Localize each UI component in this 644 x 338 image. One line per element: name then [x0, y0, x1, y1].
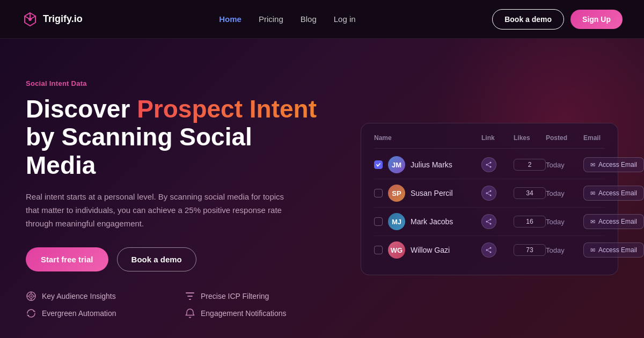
avatar-2: SP	[388, 185, 405, 202]
logo-text: Trigify.io	[43, 13, 83, 25]
row-name-3: MJ Mark Jacobs	[374, 213, 481, 230]
table-row: MJ Mark Jacobs 16 Today ✉ Access Email	[374, 208, 605, 236]
hero-actions: Start free trial Book a demo	[26, 247, 322, 271]
row-checkbox-1[interactable]	[374, 160, 383, 169]
table-header: Name Link Likes Posted Email	[374, 134, 605, 149]
likes-3: 16	[514, 216, 546, 227]
row-checkbox-3[interactable]	[374, 217, 383, 226]
svg-rect-10	[189, 299, 191, 300]
share-btn-3[interactable]	[481, 214, 496, 229]
col-likes: Likes	[514, 134, 546, 142]
svg-point-18	[490, 195, 492, 196]
svg-line-24	[487, 220, 489, 221]
share-icon	[486, 161, 492, 168]
email-icon-2: ✉	[590, 190, 595, 197]
svg-line-30	[487, 251, 489, 252]
svg-rect-9	[187, 296, 193, 297]
svg-point-0	[28, 18, 32, 21]
nav-blog[interactable]: Blog	[301, 14, 317, 24]
svg-line-25	[487, 222, 489, 223]
nav-home[interactable]: Home	[219, 14, 241, 24]
refresh-icon	[26, 308, 36, 319]
check-icon	[376, 162, 381, 167]
book-demo-button[interactable]: Book a demo	[117, 247, 196, 271]
share-btn-4[interactable]	[481, 243, 496, 258]
start-trial-button[interactable]: Start free trial	[26, 247, 108, 271]
svg-point-21	[490, 219, 492, 221]
feature-notifications-label: Engagement Notifications	[201, 309, 287, 318]
svg-point-12	[486, 164, 488, 166]
nav-actions: Book a demo Sign Up	[492, 9, 623, 30]
headline-part1: Discover	[26, 95, 137, 123]
prospects-table-card: Name Link Likes Posted Email JM Julius M…	[361, 123, 618, 275]
email-icon-4: ✉	[590, 247, 595, 254]
logo[interactable]: Trigify.io	[21, 11, 83, 28]
hero-description: Real intent starts at a personal level. …	[26, 190, 294, 230]
bell-icon	[185, 308, 195, 319]
features-grid: Key Audience Insights Precise ICP Filter…	[26, 291, 322, 319]
feature-filtering-label: Precise ICP Filtering	[201, 292, 269, 300]
access-email-btn-3[interactable]: ✉ Access Email	[583, 214, 644, 229]
svg-line-15	[487, 165, 489, 166]
row-name-4: WG Willow Gazi	[374, 241, 481, 259]
row-checkbox-2[interactable]	[374, 189, 383, 197]
nav-pricing[interactable]: Pricing	[259, 14, 283, 24]
access-email-btn-1[interactable]: ✉ Access Email	[583, 157, 644, 172]
svg-line-29	[487, 248, 489, 249]
col-posted: Posted	[546, 134, 583, 142]
hero-subtitle: Social Intent Data	[26, 79, 322, 87]
row-name-1: JM Julius Marks	[374, 156, 481, 173]
likes-2: 34	[514, 187, 546, 199]
share-btn-1[interactable]	[481, 157, 496, 172]
svg-point-11	[490, 162, 492, 164]
nav-signup-button[interactable]: Sign Up	[570, 10, 623, 29]
svg-point-27	[486, 249, 488, 251]
share-icon	[486, 218, 492, 225]
svg-point-3	[31, 296, 32, 297]
svg-line-14	[487, 163, 489, 164]
share-icon	[486, 247, 492, 253]
nav-login[interactable]: Log in	[334, 14, 356, 24]
posted-1: Today	[546, 161, 583, 169]
email-icon-1: ✉	[590, 161, 595, 168]
logo-icon	[21, 11, 39, 28]
col-link: Link	[481, 134, 514, 142]
svg-point-17	[486, 193, 488, 194]
svg-point-16	[490, 190, 492, 192]
svg-point-28	[490, 252, 492, 253]
posted-4: Today	[546, 246, 583, 254]
svg-point-13	[490, 166, 492, 168]
row-checkbox-4[interactable]	[374, 246, 383, 254]
posted-2: Today	[546, 189, 583, 197]
svg-point-23	[490, 223, 492, 225]
nav-book-demo-button[interactable]: Book a demo	[492, 9, 564, 30]
avatar-3: MJ	[388, 213, 405, 230]
share-btn-2[interactable]	[481, 186, 496, 201]
feature-notifications: Engagement Notifications	[185, 308, 322, 319]
share-icon	[486, 190, 492, 196]
svg-point-26	[490, 247, 492, 249]
feature-automation: Evergreen Automation	[26, 308, 163, 319]
likes-1: 2	[514, 159, 546, 171]
access-email-btn-4[interactable]: ✉ Access Email	[583, 243, 644, 258]
feature-filtering: Precise ICP Filtering	[185, 291, 322, 302]
row-name-2: SP Susan Percil	[374, 185, 481, 202]
hero-right: Name Link Likes Posted Email JM Julius M…	[322, 123, 618, 275]
headline-accent: Prospect Intent	[137, 95, 317, 123]
svg-line-20	[487, 194, 489, 195]
posted-3: Today	[546, 218, 583, 226]
target-icon	[26, 291, 36, 302]
hero-section: Social Intent Data Discover Prospect Int…	[0, 39, 644, 338]
person-name-3: Mark Jacobs	[411, 217, 453, 226]
feature-automation-label: Evergreen Automation	[42, 309, 116, 318]
access-email-btn-2[interactable]: ✉ Access Email	[583, 186, 644, 201]
avatar-4: WG	[388, 241, 405, 259]
person-name-2: Susan Percil	[411, 189, 453, 197]
col-name: Name	[374, 134, 481, 142]
col-email: Email	[583, 134, 605, 142]
likes-4: 73	[514, 244, 546, 256]
svg-line-19	[487, 192, 489, 193]
hero-content: Social Intent Data Discover Prospect Int…	[26, 79, 322, 319]
table-row: WG Willow Gazi 73 Today ✉ Access Email	[374, 236, 605, 264]
feature-audience-label: Key Audience Insights	[42, 292, 116, 300]
